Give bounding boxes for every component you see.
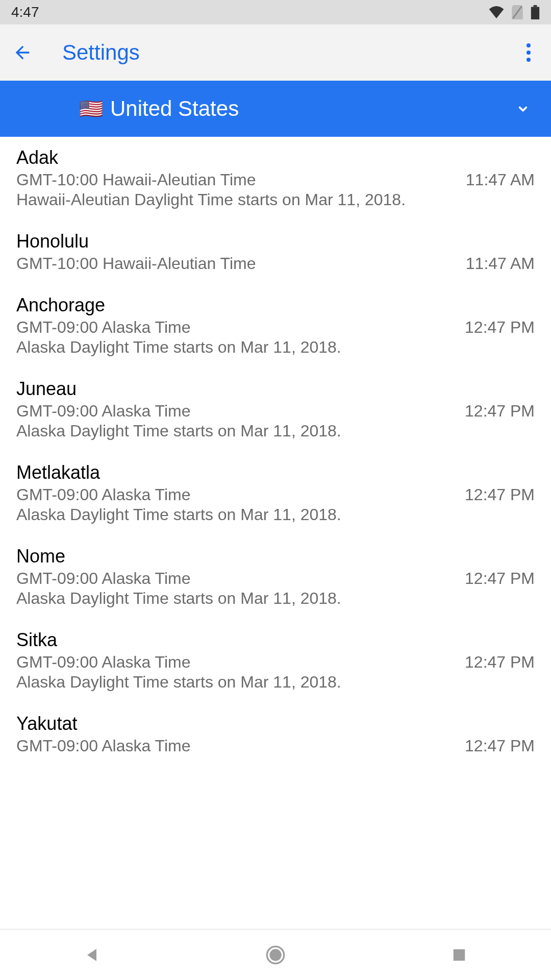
timezone-info-row: GMT-09:00 Alaska Time12:47 PM [16,737,535,755]
timezone-city: Yakutat [16,713,535,734]
circle-home-icon [265,945,286,965]
square-recent-icon [452,947,467,963]
timezone-offset: GMT-09:00 Alaska Time [16,485,190,504]
timezone-current-time: 11:47 AM [466,254,535,273]
status-icons [489,5,540,19]
timezone-offset: GMT-09:00 Alaska Time [16,318,190,337]
navigation-bar [0,929,551,980]
nav-back-button[interactable] [82,945,102,965]
timezone-current-time: 12:47 PM [465,569,535,588]
timezone-item[interactable]: YakutatGMT-09:00 Alaska Time12:47 PM [0,703,551,767]
timezone-info-row: GMT-09:00 Alaska Time12:47 PM [16,485,535,504]
timezone-current-time: 12:47 PM [465,402,535,421]
chevron-down-icon [515,101,531,116]
timezone-item[interactable]: JuneauGMT-09:00 Alaska Time12:47 PMAlask… [0,368,551,452]
status-bar: 4:47 [0,0,551,24]
timezone-item[interactable]: MetlakatlaGMT-09:00 Alaska Time12:47 PMA… [0,452,551,535]
timezone-dst-info: Alaska Daylight Time starts on Mar 11, 2… [16,673,535,692]
timezone-current-time: 12:47 PM [465,318,535,337]
timezone-offset: GMT-10:00 Hawaii-Aleutian Time [16,254,256,273]
svg-point-4 [269,949,281,961]
timezone-city: Honolulu [16,231,535,252]
timezone-item[interactable]: AdakGMT-10:00 Hawaii-Aleutian Time11:47 … [0,137,551,220]
timezone-current-time: 12:47 PM [465,737,535,755]
timezone-city: Nome [16,546,535,567]
app-bar: Settings [0,24,551,81]
timezone-offset: GMT-09:00 Alaska Time [16,653,190,672]
timezone-item[interactable]: AnchorageGMT-09:00 Alaska Time12:47 PMAl… [0,284,551,368]
dot-icon [527,43,531,47]
svg-rect-1 [531,7,539,20]
timezone-current-time: 12:47 PM [465,653,535,672]
timezone-item[interactable]: HonoluluGMT-10:00 Hawaii-Aleutian Time11… [0,220,551,284]
dot-icon [527,58,531,62]
more-options-button[interactable] [517,41,540,64]
dot-icon [527,51,531,55]
us-flag-icon: 🇺🇸 [79,97,103,120]
timezone-current-time: 12:47 PM [465,485,535,504]
timezone-offset: GMT-10:00 Hawaii-Aleutian Time [16,170,256,189]
timezone-info-row: GMT-09:00 Alaska Time12:47 PM [16,569,535,588]
timezone-offset: GMT-09:00 Alaska Time [16,569,190,588]
nav-recent-button[interactable] [449,945,469,965]
back-arrow-icon [12,42,33,63]
timezone-city: Juneau [16,378,535,400]
region-name: United States [110,96,515,121]
page-title: Settings [62,40,517,65]
timezone-current-time: 11:47 AM [466,170,535,189]
timezone-info-row: GMT-09:00 Alaska Time12:47 PM [16,653,535,672]
timezone-dst-info: Hawaii-Aleutian Daylight Time starts on … [16,190,535,209]
timezone-dst-info: Alaska Daylight Time starts on Mar 11, 2… [16,422,535,440]
timezone-list: AdakGMT-10:00 Hawaii-Aleutian Time11:47 … [0,137,551,767]
timezone-item[interactable]: SitkaGMT-09:00 Alaska Time12:47 PMAlaska… [0,619,551,703]
timezone-info-row: GMT-09:00 Alaska Time12:47 PM [16,318,535,337]
back-button[interactable] [11,41,34,64]
timezone-dst-info: Alaska Daylight Time starts on Mar 11, 2… [16,505,535,524]
svg-rect-5 [454,949,465,961]
status-time: 4:47 [11,4,39,20]
nav-home-button[interactable] [265,945,286,965]
timezone-item[interactable]: NomeGMT-09:00 Alaska Time12:47 PMAlaska … [0,535,551,619]
svg-rect-2 [534,5,537,7]
wifi-icon [489,6,504,18]
timezone-info-row: GMT-10:00 Hawaii-Aleutian Time11:47 AM [16,254,535,273]
timezone-dst-info: Alaska Daylight Time starts on Mar 11, 2… [16,338,535,357]
no-sim-icon [511,5,523,19]
timezone-info-row: GMT-10:00 Hawaii-Aleutian Time11:47 AM [16,170,535,189]
timezone-city: Metlakatla [16,462,535,483]
timezone-offset: GMT-09:00 Alaska Time [16,402,190,421]
timezone-info-row: GMT-09:00 Alaska Time12:47 PM [16,402,535,421]
battery-icon [531,5,540,19]
timezone-city: Anchorage [16,295,535,316]
timezone-city: Adak [16,147,535,168]
region-dropdown[interactable]: 🇺🇸 United States [0,81,551,137]
triangle-back-icon [83,946,101,964]
timezone-city: Sitka [16,629,535,651]
timezone-dst-info: Alaska Daylight Time starts on Mar 11, 2… [16,589,535,608]
timezone-offset: GMT-09:00 Alaska Time [16,737,190,755]
